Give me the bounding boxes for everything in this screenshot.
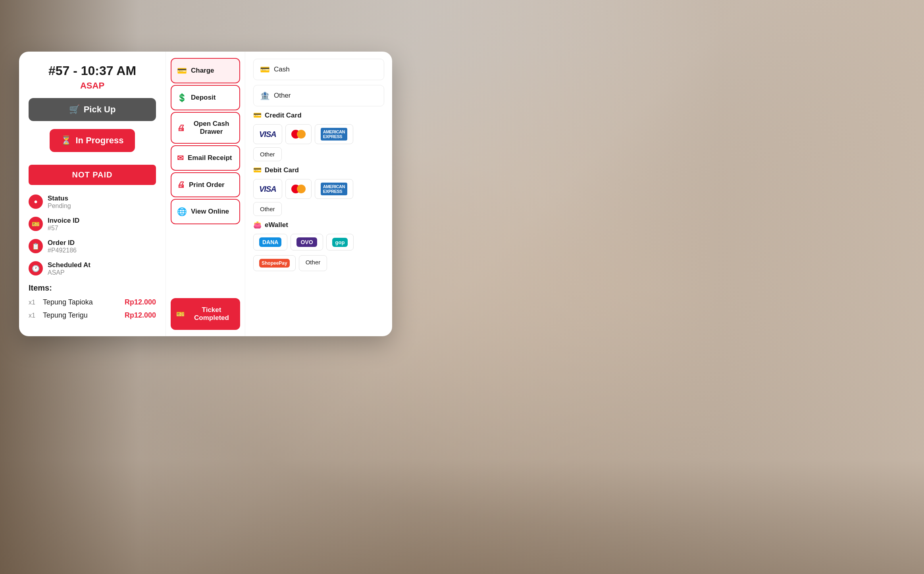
deposit-button[interactable]: 💲 Deposit (171, 85, 240, 110)
item-name-2: Tepung Terigu (43, 311, 120, 320)
cash-label: Cash (274, 65, 290, 73)
email-receipt-button[interactable]: ✉ Email Receipt (171, 145, 240, 171)
item-price-2: Rp12.000 (125, 311, 156, 320)
deposit-icon: 💲 (177, 93, 187, 102)
shopeepay-logo: ShopeePay (259, 259, 290, 268)
visa-debit-logo: VISA (259, 185, 276, 194)
credit-card-title: 💳 Credit Card (253, 111, 384, 119)
ewallet-label: eWallet (265, 221, 288, 229)
credit-card-section: 💳 Credit Card VISA AMERICANEXPRESS O (253, 111, 384, 161)
debit-other-button[interactable]: Other (253, 202, 282, 216)
ewallet-options-2: ShopeePay Other (253, 255, 384, 271)
order-subtitle: ASAP (29, 81, 156, 91)
item-row-2: x1 Tepung Terigu Rp12.000 (29, 311, 156, 320)
debit-card-label: Debit Card (265, 166, 299, 174)
not-paid-label: NOT PAID (72, 170, 112, 179)
debit-card-section: 💳 Debit Card VISA AMERICANEXPRESS Ot (253, 166, 384, 216)
ticket-completed-label: Ticket Completed (189, 306, 235, 322)
charge-icon: 💳 (177, 66, 187, 75)
charge-button[interactable]: 💳 Charge (171, 58, 240, 83)
mastercard-debit-button[interactable] (285, 179, 312, 199)
ewallet-title: 👛 eWallet (253, 221, 384, 229)
print-order-label: Print Order (189, 181, 225, 189)
item-price-1: Rp12.000 (125, 298, 156, 306)
not-paid-button[interactable]: NOT PAID (29, 165, 156, 185)
deposit-label: Deposit (191, 94, 216, 102)
other-label: Other (274, 92, 291, 100)
middle-panel: 💳 Charge 💲 Deposit 🖨 Open Cash Drawer ✉ … (166, 52, 245, 336)
main-card: #57 - 10:37 AM ASAP 🛒 Pick Up ⏳ In Progr… (19, 52, 392, 336)
ticket-icon: 🎫 (176, 310, 185, 318)
cash-icon: 💳 (260, 65, 270, 74)
order-id-row: 📋 Order ID #P492186 (29, 239, 156, 254)
bank-icon: 🏦 (260, 91, 270, 100)
credit-other-label: Other (260, 151, 275, 158)
pickup-button[interactable]: 🛒 Pick Up (29, 98, 156, 121)
scheduled-value: ASAP (48, 269, 90, 276)
cash-drawer-icon: 🖨 (177, 123, 185, 133)
visa-credit-logo: VISA (259, 130, 276, 139)
invoice-row: 🎫 Invoice ID #57 (29, 217, 156, 232)
ewallet-other-button[interactable]: Other (299, 255, 327, 271)
dana-logo: DANA (259, 237, 281, 247)
invoice-id-value: #57 (48, 225, 79, 232)
view-online-label: View Online (191, 208, 229, 216)
shopeepay-button[interactable]: ShopeePay (253, 255, 296, 271)
debit-card-title: 💳 Debit Card (253, 166, 384, 174)
credit-card-options: VISA AMERICANEXPRESS Other (253, 124, 384, 161)
other-option[interactable]: 🏦 Other (253, 85, 384, 106)
debit-other-label: Other (260, 206, 275, 212)
visa-credit-button[interactable]: VISA (253, 124, 282, 144)
ticket-completed-button[interactable]: 🎫 Ticket Completed (171, 298, 240, 330)
gopay-button[interactable]: gop (326, 234, 354, 250)
invoice-icon: 🎫 (29, 217, 43, 231)
cash-option[interactable]: 💳 Cash (253, 59, 384, 80)
left-panel: #57 - 10:37 AM ASAP 🛒 Pick Up ⏳ In Progr… (19, 52, 166, 336)
dana-button[interactable]: DANA (253, 234, 287, 250)
credit-card-label: Credit Card (265, 112, 302, 119)
item-name-1: Tepung Tapioka (43, 298, 120, 306)
debit-card-options: VISA AMERICANEXPRESS Other (253, 179, 384, 216)
mastercard-debit-logo (291, 185, 306, 193)
ewallet-options: DANA OVO gop (253, 234, 384, 250)
view-online-button[interactable]: 🌐 View Online (171, 199, 240, 224)
items-title: Items: (29, 283, 156, 293)
ewallet-other-label: Other (306, 259, 321, 266)
order-id-label: Order ID (48, 239, 77, 247)
mastercard-credit-logo (291, 130, 306, 139)
amex-credit-logo: AMERICANEXPRESS (321, 128, 347, 141)
item-row-1: x1 Tepung Tapioka Rp12.000 (29, 298, 156, 306)
open-cash-drawer-button[interactable]: 🖨 Open Cash Drawer (171, 112, 240, 144)
print-order-button[interactable]: 🖨 Print Order (171, 172, 240, 197)
status-label: Status (48, 195, 71, 202)
email-icon: ✉ (177, 153, 184, 163)
scheduled-icon: 🕐 (29, 261, 43, 275)
charge-label: Charge (191, 67, 214, 75)
print-icon: 🖨 (177, 180, 185, 189)
order-id-icon: 📋 (29, 239, 43, 253)
hourglass-icon: ⏳ (61, 135, 71, 146)
status-value: Pending (48, 202, 71, 210)
right-panel: 💳 Cash 🏦 Other 💳 Credit Card VISA (245, 52, 392, 336)
ovo-button[interactable]: OVO (291, 234, 323, 250)
amex-debit-logo: AMERICANEXPRESS (321, 183, 347, 195)
amex-credit-button[interactable]: AMERICANEXPRESS (315, 124, 353, 144)
gopay-logo: gop (332, 238, 348, 247)
pickup-label: Pick Up (84, 104, 116, 115)
in-progress-label: In Progress (75, 135, 123, 146)
ovo-logo: OVO (296, 237, 317, 247)
credit-other-button[interactable]: Other (253, 147, 282, 161)
amex-debit-button[interactable]: AMERICANEXPRESS (315, 179, 353, 199)
in-progress-button[interactable]: ⏳ In Progress (50, 129, 135, 152)
email-receipt-label: Email Receipt (188, 154, 232, 162)
mastercard-credit-button[interactable] (285, 124, 312, 144)
visa-debit-button[interactable]: VISA (253, 179, 282, 199)
ewallet-icon: 👛 (253, 221, 262, 229)
invoice-id-label: Invoice ID (48, 217, 79, 225)
scheduled-row: 🕐 Scheduled At ASAP (29, 261, 156, 276)
item-qty-2: x1 (29, 312, 38, 319)
order-title: #57 - 10:37 AM (29, 64, 156, 78)
item-qty-1: x1 (29, 299, 38, 306)
ewallet-section: 👛 eWallet DANA OVO gop ShopeePay (253, 221, 384, 271)
debit-card-icon: 💳 (253, 166, 262, 174)
